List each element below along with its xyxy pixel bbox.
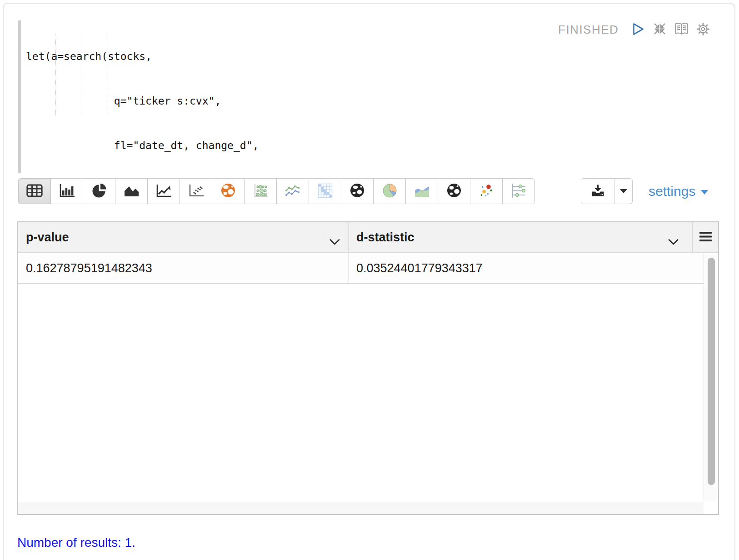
multi-line-chart-icon xyxy=(285,184,301,199)
chart-button-pie[interactable] xyxy=(83,178,115,204)
chart-button-multiline[interactable] xyxy=(276,178,309,204)
bubble-matrix-icon xyxy=(253,183,269,200)
show-output-button[interactable] xyxy=(674,22,689,37)
scatter-color-icon xyxy=(479,183,494,200)
indent-guide xyxy=(82,35,82,115)
column-header-p-value[interactable]: p-value xyxy=(18,222,349,252)
table-header-row: p-value d-statistic xyxy=(18,222,718,253)
sliders-icon xyxy=(511,183,527,200)
chart-button-bubble[interactable] xyxy=(244,178,277,204)
chart-button-globe-3[interactable] xyxy=(438,178,470,204)
download-button[interactable] xyxy=(581,178,614,204)
chart-button-area[interactable] xyxy=(115,178,148,204)
paragraph-status-bar: FINISHED xyxy=(558,21,710,38)
chart-button-globe-2[interactable] xyxy=(341,178,374,204)
chevron-down-icon[interactable] xyxy=(329,235,340,249)
book-icon xyxy=(674,22,689,37)
chart-button-pie-color[interactable] xyxy=(373,178,406,204)
table-icon xyxy=(26,184,43,199)
chevron-down-icon xyxy=(620,189,627,193)
download-options-button[interactable] xyxy=(614,178,633,204)
chart-button-sliders[interactable] xyxy=(502,178,535,204)
vertical-scrollbar-thumb[interactable] xyxy=(708,258,715,485)
hide-editor-button[interactable] xyxy=(653,22,667,37)
download-icon xyxy=(591,185,605,198)
editor-gutter-bar xyxy=(18,20,21,173)
caret-down-icon xyxy=(701,190,708,195)
chart-button-globe-1[interactable] xyxy=(212,178,245,204)
pie-color-icon xyxy=(382,183,398,200)
area-chart-icon xyxy=(124,184,140,198)
hamburger-menu-icon xyxy=(699,232,712,243)
collapse-icon xyxy=(653,22,667,37)
scatter-chart-icon xyxy=(188,184,204,199)
chart-button-scatter-color[interactable] xyxy=(470,178,503,204)
column-header-d-statistic[interactable]: d-statistic xyxy=(349,222,692,252)
table-menu-button[interactable] xyxy=(692,222,718,252)
code-line: let(a=search(stocks, xyxy=(26,49,372,64)
code-line: fl="date_dt, change_d", xyxy=(26,138,372,153)
column-header-label: p-value xyxy=(26,230,69,245)
bar-chart-icon xyxy=(59,184,75,199)
results-count-text: Number of results: 1. xyxy=(17,535,135,550)
run-paragraph-button[interactable] xyxy=(632,22,644,37)
globe-dark-icon xyxy=(350,183,365,200)
globe-dark2-icon xyxy=(446,183,462,200)
chart-button-table[interactable] xyxy=(18,178,51,204)
globe-orange-icon xyxy=(220,183,236,200)
horizontal-scrollbar[interactable] xyxy=(18,502,704,514)
cell-p-value: 0.16278795191482343 xyxy=(18,253,349,283)
paragraph-settings-button[interactable] xyxy=(696,22,710,37)
settings-toggle[interactable]: settings xyxy=(649,178,708,204)
table-row: 0.16278795191482343 0.03524401779343317 xyxy=(18,253,704,284)
results-table: p-value d-statistic 0.16278795191482343 … xyxy=(17,221,719,515)
column-header-label: d-statistic xyxy=(356,230,414,245)
indent-guide xyxy=(55,35,56,115)
area-color-icon xyxy=(414,184,430,199)
visualization-toolbar xyxy=(18,178,535,204)
code-line: q="ticker_s:cvx", xyxy=(26,94,372,109)
chart-button-line[interactable] xyxy=(147,178,180,204)
scrollbar-corner xyxy=(704,502,718,514)
chevron-down-icon[interactable] xyxy=(668,235,679,249)
download-button-group xyxy=(581,178,633,204)
line-chart-icon xyxy=(156,184,172,199)
status-badge: FINISHED xyxy=(558,23,619,37)
chart-button-area-color[interactable] xyxy=(405,178,438,204)
chart-button-heatmap[interactable] xyxy=(309,178,341,204)
chart-button-bar[interactable] xyxy=(50,178,83,204)
play-icon xyxy=(632,22,644,37)
indent-guide xyxy=(108,35,108,115)
gear-icon xyxy=(696,22,710,37)
settings-label: settings xyxy=(649,184,695,199)
vertical-scrollbar[interactable] xyxy=(704,253,718,501)
cell-d-statistic: 0.03524401779343317 xyxy=(349,253,704,283)
pie-chart-icon xyxy=(92,183,107,200)
heatmap-icon xyxy=(318,183,333,200)
chart-button-scatter[interactable] xyxy=(180,178,212,204)
